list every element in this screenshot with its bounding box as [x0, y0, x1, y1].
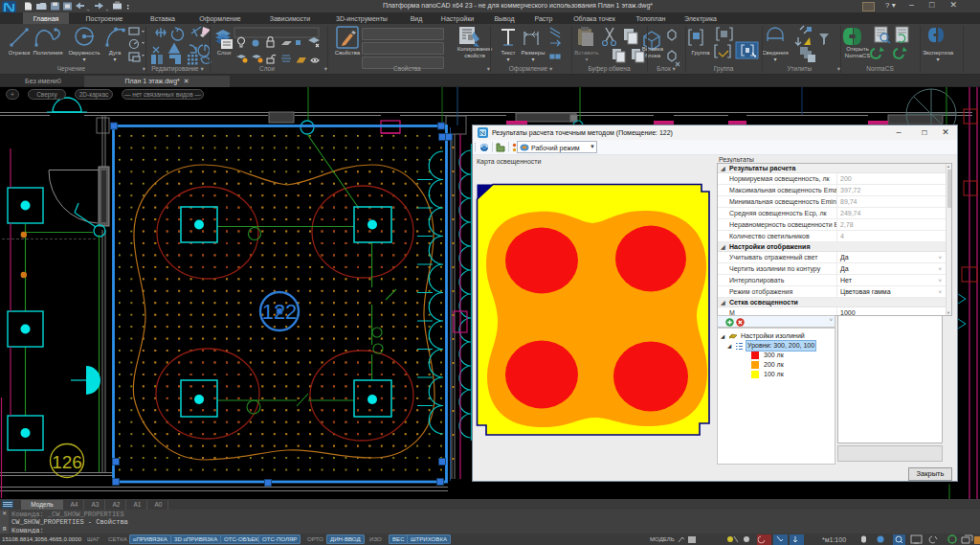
- svg-text:*м1:100: *м1:100: [822, 536, 846, 543]
- svg-text:126: 126: [52, 452, 82, 472]
